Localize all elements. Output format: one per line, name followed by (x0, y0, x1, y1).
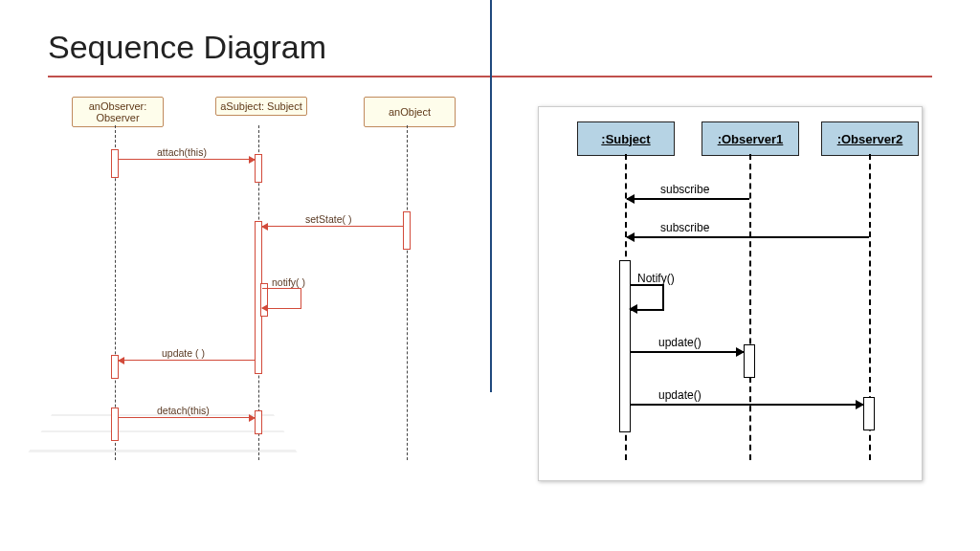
actor-label: :Observer1 (718, 132, 784, 146)
msg-label: update() (658, 336, 702, 349)
msg-subscribe1: subscribe (627, 198, 749, 200)
sequence-diagram-left: anObserver: Observer aSubject: Subject a… (38, 97, 440, 479)
msg-label: update() (658, 388, 702, 402)
msg-label: attach(this) (157, 146, 207, 158)
msg-label: detach(this) (157, 405, 210, 416)
activation (111, 149, 119, 178)
msg-label: Notify() (637, 272, 675, 285)
msg-label: subscribe (660, 183, 709, 196)
msg-subscribe2: subscribe (627, 236, 869, 238)
msg-notify (630, 284, 664, 311)
left-panel: anObserver: Observer aSubject: Subject a… (48, 97, 480, 508)
actor-observer2: :Observer2 (821, 121, 919, 156)
msg-update1: update() (630, 351, 744, 353)
actor-label: :Observer2 (837, 132, 903, 146)
actor-subject: :Subject (577, 121, 675, 156)
sequence-diagram-right: :Subject :Observer1 :Observer2 subs (538, 106, 923, 481)
msg-label: setState( ) (305, 213, 351, 225)
msg-label: subscribe (660, 221, 709, 234)
activation (863, 397, 875, 430)
msg-update: update ( ) (119, 360, 255, 362)
activation (403, 211, 411, 250)
activation (111, 408, 119, 441)
actor-label: anObject (389, 106, 431, 118)
msg-setstate: setState( ) (262, 226, 403, 228)
actor-anobject: anObject (364, 97, 456, 127)
panel-divider (490, 0, 492, 392)
actor-label: aSubject: Subject (220, 100, 302, 112)
slide: Sequence Diagram anObserver: Observer aS… (0, 0, 980, 551)
activation (255, 154, 262, 183)
msg-attach: attach(this) (119, 159, 255, 161)
msg-notify (262, 288, 301, 309)
actor-label: :Subject (601, 132, 650, 146)
msg-update2: update() (630, 404, 863, 406)
actor-asubject: aSubject: Subject (215, 97, 307, 116)
activation (255, 410, 262, 434)
lifeline (749, 154, 751, 460)
actor-anobserver: anObserver: Observer (72, 97, 164, 127)
lifeline (407, 125, 408, 460)
actor-observer1: :Observer1 (702, 121, 799, 156)
content-area: anObserver: Observer aSubject: Subject a… (48, 97, 932, 508)
msg-detach: detach(this) (119, 417, 255, 419)
msg-label: update ( ) (162, 347, 205, 359)
actor-label: anObserver: Observer (89, 100, 147, 123)
activation (744, 344, 755, 378)
right-panel: :Subject :Observer1 :Observer2 subs (500, 97, 932, 508)
msg-label: notify( ) (272, 276, 305, 288)
